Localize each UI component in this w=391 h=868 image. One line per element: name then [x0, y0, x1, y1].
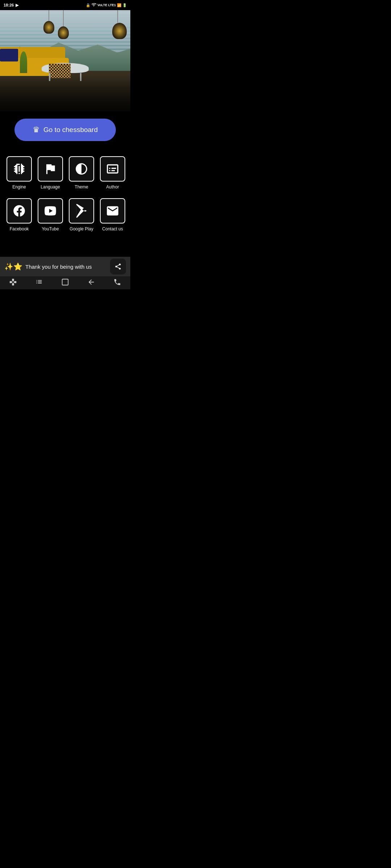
nav-bar [0, 276, 130, 289]
id-card-icon [106, 162, 119, 176]
time-display: 18:26 [4, 3, 14, 7]
menu-item-language[interactable]: Language [35, 152, 66, 194]
youtube-icon-box [38, 198, 63, 224]
main-content: ♛ Go to chessboard Engine Language [0, 111, 130, 257]
plant [20, 51, 27, 73]
share-icon [114, 263, 122, 270]
battery-icon: 🔋 [122, 3, 127, 7]
home-nav[interactable] [61, 278, 69, 288]
recents-nav[interactable] [35, 278, 43, 288]
bottom-bar: ✨⭐ Thank you for being with us [0, 257, 130, 276]
sim-icon: 🔒 [86, 3, 90, 7]
wifi-icon [91, 2, 96, 8]
cpu-chip-icon [12, 162, 26, 176]
facebook-icon [12, 204, 26, 218]
google-play-label: Google Play [70, 226, 93, 231]
engine-label: Engine [12, 184, 26, 190]
language-label: Language [41, 184, 60, 190]
engine-icon-box [7, 156, 32, 182]
menu-item-google-play[interactable]: Google Play [66, 194, 97, 236]
status-left: 18:26 ▶ [4, 3, 18, 8]
youtube-label: YouTube [42, 226, 59, 231]
ceiling-lamp-1 [43, 10, 54, 34]
theme-icon [75, 162, 88, 176]
menu-item-theme[interactable]: Theme [66, 152, 97, 194]
language-icon-box [38, 156, 63, 182]
google-play-icon [75, 204, 88, 218]
envelope-icon [106, 204, 119, 218]
phone-nav[interactable] [113, 278, 121, 288]
flag-icon [43, 162, 57, 176]
living-room-scene [0, 10, 130, 111]
share-button[interactable] [110, 259, 126, 275]
lte-text: VoLTE LTE1 [97, 3, 116, 7]
menu-item-facebook[interactable]: Facebook [4, 194, 35, 236]
svg-rect-0 [62, 279, 68, 285]
menu-item-engine[interactable]: Engine [4, 152, 35, 194]
thank-you-text: Thank you for being with us [25, 264, 110, 270]
author-label: Author [106, 184, 119, 190]
contact-us-icon-box [100, 198, 125, 224]
game-controller-nav[interactable] [9, 278, 17, 288]
ceiling-lamp-2 [58, 10, 69, 39]
youtube-icon [43, 204, 57, 218]
status-bar: 18:26 ▶ 🔒 VoLTE LTE1 📶 🔋 [0, 0, 130, 10]
theme-label: Theme [75, 184, 88, 190]
menu-item-contact-us[interactable]: Contact us [97, 194, 128, 236]
contact-us-label: Contact us [102, 226, 123, 231]
menu-item-youtube[interactable]: YouTube [35, 194, 66, 236]
sparkle-icon: ✨⭐ [4, 262, 22, 271]
menu-item-author[interactable]: Author [97, 152, 128, 194]
theme-icon-box [69, 156, 94, 182]
google-play-icon-box [69, 198, 94, 224]
go-to-chessboard-button[interactable]: ♛ Go to chessboard [14, 119, 116, 141]
facebook-icon-box [7, 198, 32, 224]
signal-icon: 📶 [117, 3, 121, 7]
facebook-label: Facebook [10, 226, 29, 231]
youtube-icon: ▶ [16, 3, 18, 8]
author-icon-box [100, 156, 125, 182]
chess-queen-icon: ♛ [33, 125, 40, 135]
ceiling-lamp-3 [112, 10, 123, 39]
menu-icon-grid: Engine Language Theme [0, 152, 130, 236]
hero-image [0, 10, 130, 111]
status-right: 🔒 VoLTE LTE1 📶 🔋 [86, 2, 127, 8]
back-nav[interactable] [87, 278, 95, 288]
chessboard-button-label: Go to chessboard [43, 126, 98, 134]
